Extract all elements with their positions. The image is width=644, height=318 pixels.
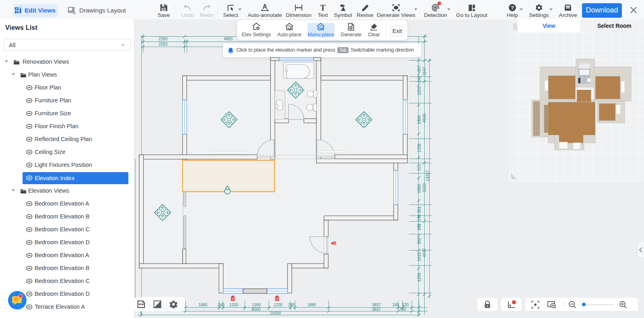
svg-text:240: 240 xyxy=(392,303,399,307)
svg-text:681: 681 xyxy=(417,206,421,213)
svg-text:13327: 13327 xyxy=(425,170,430,181)
svg-text:1960: 1960 xyxy=(417,115,421,124)
svg-text:1200: 1200 xyxy=(274,303,283,307)
svg-text:1015: 1015 xyxy=(417,252,421,261)
svg-text:572: 572 xyxy=(417,164,421,170)
svg-text:A: A xyxy=(262,3,267,10)
svg-text:520: 520 xyxy=(402,303,409,307)
svg-text:1147: 1147 xyxy=(422,67,427,76)
svg-text:1200: 1200 xyxy=(417,272,421,282)
svg-text:4247: 4247 xyxy=(422,248,427,257)
svg-text:240: 240 xyxy=(417,76,421,83)
svg-text:3837: 3837 xyxy=(372,307,381,312)
svg-text:240: 240 xyxy=(218,303,225,307)
svg-text:4500: 4500 xyxy=(422,113,427,123)
svg-text:907: 907 xyxy=(417,65,421,72)
svg-text:2283: 2283 xyxy=(159,37,168,41)
svg-text:1350: 1350 xyxy=(252,303,261,307)
svg-text:900: 900 xyxy=(417,237,421,244)
svg-text:240: 240 xyxy=(417,214,421,221)
svg-text:4883: 4883 xyxy=(224,37,233,41)
svg-text:?: ? xyxy=(511,5,514,11)
svg-text:8000: 8000 xyxy=(252,307,261,312)
svg-text:1950: 1950 xyxy=(417,184,421,193)
svg-text:1200: 1200 xyxy=(229,303,239,307)
svg-text:1338: 1338 xyxy=(417,143,421,152)
svg-text:1880: 1880 xyxy=(198,303,208,307)
svg-text:240: 240 xyxy=(288,303,295,307)
svg-text:3193: 3193 xyxy=(422,183,427,192)
svg-text:760: 760 xyxy=(399,307,406,312)
svg-text:3837: 3837 xyxy=(372,303,381,307)
svg-text:T: T xyxy=(320,3,326,12)
svg-text:15359: 15359 xyxy=(270,311,281,315)
svg-text:1202: 1202 xyxy=(417,86,421,95)
svg-text:2283: 2283 xyxy=(159,42,168,46)
svg-text:1880: 1880 xyxy=(307,303,316,307)
svg-text:892: 892 xyxy=(417,223,421,230)
